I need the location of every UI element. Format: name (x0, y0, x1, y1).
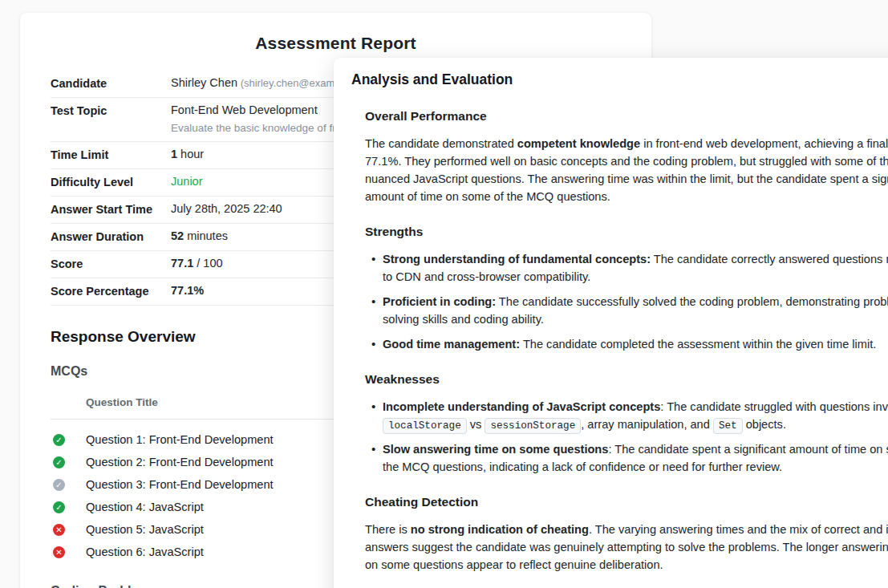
text-segment: There is (365, 523, 411, 536)
text-segment: Strong understanding of fundamental conc… (383, 253, 651, 266)
text-segment: July 28th, 2025 22:40 (171, 202, 282, 215)
info-row-label: Score (51, 257, 171, 271)
text-segment: hour (177, 148, 204, 160)
x-circle-icon: ✕ (53, 524, 65, 536)
info-row-label: Time Limit (51, 148, 171, 162)
mcq-question-title: Question 5: JavaScript (86, 523, 204, 536)
text-segment: / 100 (193, 257, 222, 270)
info-row-label: Score Percentage (51, 284, 171, 298)
mcq-question-title: Question 1: Front-End Development (86, 433, 274, 446)
info-row-label: Answer Duration (51, 229, 171, 244)
inline-code: Set (713, 418, 743, 434)
text-segment: Slow answering time on some questions (383, 443, 608, 456)
info-row-label: Candidate (51, 76, 171, 91)
info-row-value-main: 77.1 / 100 (171, 257, 223, 270)
text-segment: The candidate completed the assessment w… (520, 338, 876, 351)
analysis-section: Cheating Detection There is no strong in… (365, 495, 888, 574)
text-segment: Font-End Web Development (171, 103, 318, 116)
text-segment: Good time management: (383, 338, 520, 351)
mcq-question-title: Question 4: JavaScript (86, 501, 204, 513)
text-segment: no strong indication of cheating (411, 523, 589, 536)
info-row-value: 1 hour (171, 148, 204, 161)
section-paragraph: The candidate demonstrated competent kno… (365, 135, 888, 205)
text-segment: objects. (743, 418, 786, 431)
section-heading: Overall Performance (365, 109, 888, 124)
section-paragraph: There is no strong indication of cheatin… (365, 521, 888, 574)
info-row-label: Difficulty Level (51, 175, 171, 189)
info-row-value-main: 77.1% (171, 284, 204, 298)
info-row-value-main: 1 hour (171, 148, 204, 161)
mcq-question-title: Question 6: JavaScript (86, 545, 204, 558)
bullet-item: Slow answering time on some questions: T… (371, 440, 888, 476)
text-segment: Proficient in coding: (383, 295, 496, 308)
analysis-body: Overall Performance The candidate demons… (365, 109, 888, 574)
info-row-value-main: July 28th, 2025 22:40 (171, 202, 282, 216)
text-segment: 52 (171, 229, 184, 242)
info-row-value-main: 52 minutes (171, 229, 228, 243)
text-segment: vs (467, 418, 485, 431)
report-title: Assessment Report (51, 34, 621, 53)
bullet-item: Incomplete understanding of JavaScript c… (371, 398, 888, 433)
x-circle-icon: ✕ (53, 546, 65, 558)
text-segment: , array manipulation, and (581, 418, 713, 431)
info-row-value-main: Junior (171, 175, 203, 189)
analysis-evaluation-panel: Analysis and Evaluation Overall Performa… (334, 58, 888, 588)
analysis-panel-title: Analysis and Evaluation (351, 70, 888, 90)
bullet-item: Strong understanding of fundamental conc… (371, 250, 888, 286)
info-row-value: 77.1 / 100 (171, 257, 223, 270)
analysis-section: Weaknesses Incomplete understanding of J… (365, 372, 888, 476)
analysis-section: Strengths Strong understanding of fundam… (365, 225, 888, 353)
mcq-question-title: Question 3: Front-End Development (86, 478, 274, 491)
question-title-column-header: Question Title (86, 396, 158, 408)
text-segment: Incomplete understanding of JavaScript c… (383, 400, 660, 413)
section-bullet-list: Incomplete understanding of JavaScript c… (365, 398, 888, 476)
text-segment: 1 (171, 148, 177, 160)
text-segment: : The candidate struggled with questions… (660, 400, 888, 413)
bullet-item: Proficient in coding: The candidate succ… (371, 293, 888, 328)
text-segment: minutes (184, 229, 228, 242)
text-segment: Shirley Chen (171, 76, 237, 89)
info-row-value: 52 minutes (171, 229, 228, 243)
check-circle-icon: ✓ (53, 501, 65, 513)
info-row-label: Test Topic (51, 103, 171, 118)
page-stage: Assessment Report Candidate Shirley Chen… (0, 0, 888, 588)
inline-code: sessionStorage (485, 418, 581, 434)
mcq-question-title: Question 2: Front-End Development (86, 456, 274, 468)
inline-code: localStorage (383, 418, 467, 434)
info-row-value: Junior (171, 175, 203, 189)
section-heading: Strengths (365, 225, 888, 239)
analysis-section: Overall Performance The candidate demons… (365, 109, 888, 205)
text-segment: competent knowledge (517, 137, 640, 150)
text-segment: Junior (171, 175, 203, 188)
check-circle-icon: ✓ (53, 434, 65, 446)
text-segment: 77.1% (171, 284, 204, 297)
check-circle-icon: ✓ (53, 456, 65, 468)
text-segment: 77.1 (171, 257, 193, 270)
check-circle-icon: ✓ (53, 479, 65, 491)
info-row-value: July 28th, 2025 22:40 (171, 202, 282, 216)
section-heading: Cheating Detection (365, 495, 888, 509)
text-segment: The candidate demonstrated (365, 137, 517, 150)
section-heading: Weaknesses (365, 372, 888, 387)
bullet-item: Good time management: The candidate comp… (371, 335, 888, 353)
info-row-label: Answer Start Time (51, 202, 171, 217)
info-row-value: 77.1% (171, 284, 204, 298)
section-bullet-list: Strong understanding of fundamental conc… (365, 250, 888, 353)
